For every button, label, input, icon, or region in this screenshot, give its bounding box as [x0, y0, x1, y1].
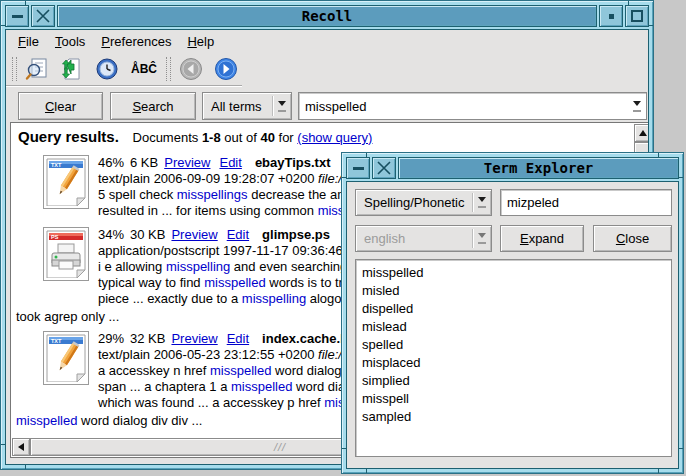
- result-filename: ebayTips.txt: [255, 155, 331, 170]
- expand-button[interactable]: Expand: [500, 225, 584, 252]
- recoll-titlebar: Recoll: [5, 5, 649, 27]
- language-value: english: [356, 231, 472, 246]
- relevance-percent: 29%: [98, 331, 124, 346]
- window-title[interactable]: Term Explorer: [398, 157, 679, 179]
- edit-link[interactable]: Edit: [227, 331, 249, 346]
- term-list-item[interactable]: spelled: [362, 336, 671, 354]
- close-button[interactable]: [372, 157, 396, 179]
- toolbar-handle[interactable]: [166, 57, 171, 81]
- frame-notch: [679, 448, 683, 449]
- frame-notch: [658, 469, 659, 473]
- search-term-highlight: misspelling: [242, 291, 306, 306]
- query-config-button[interactable]: [22, 55, 52, 83]
- sort-by-date-button[interactable]: [57, 55, 87, 83]
- toolbar: ÅBĈ: [6, 52, 648, 85]
- term-explorer-button[interactable]: ÅBĈ: [127, 55, 161, 83]
- thumb-grip: ///: [274, 441, 286, 453]
- close-button[interactable]: [31, 5, 55, 27]
- history-button[interactable]: [92, 55, 122, 83]
- svg-text:PS: PS: [51, 234, 59, 240]
- edit-link[interactable]: Edit: [219, 155, 241, 170]
- scroll-up-button[interactable]: [634, 124, 649, 142]
- clear-button[interactable]: Clear: [18, 92, 103, 120]
- term-explorer-content: Spelling/Phonetic mizpeled english Expan…: [346, 181, 679, 469]
- term-explorer-icon: ÅBĈ: [131, 62, 157, 76]
- language-select[interactable]: english: [355, 225, 492, 252]
- text-segment: Documents: [133, 130, 202, 145]
- text-segment: resulted in ... for items using common: [98, 203, 318, 218]
- file-type-icon-txt: TXT: [43, 331, 89, 385]
- term-list-item[interactable]: misspelled: [362, 264, 671, 282]
- text-segment: text/plain 2006-09-09 19:28:07 +0200: [98, 171, 318, 186]
- preview-link[interactable]: Preview: [171, 227, 217, 242]
- term-mode-select[interactable]: All terms: [202, 92, 292, 120]
- window-title[interactable]: Recoll: [57, 5, 597, 27]
- results-summary: Documents 1-8 out of 40 for (show query): [133, 130, 373, 145]
- close-dialog-button[interactable]: Close: [593, 225, 672, 252]
- term-input[interactable]: mizpeled: [500, 189, 672, 216]
- maximize-button[interactable]: [625, 5, 649, 27]
- text-segment: span ... a chaptera 1 a: [98, 379, 231, 394]
- term-list-item[interactable]: misled: [362, 282, 671, 300]
- frame-notch: [649, 25, 653, 26]
- menu-bar: File Tools Preferences Help: [6, 30, 648, 52]
- arrow-left-icon: [14, 443, 24, 451]
- term-mode-value: All terms: [203, 99, 272, 114]
- text-segment: for: [275, 130, 297, 145]
- relevance-percent: 34%: [98, 227, 124, 242]
- preview-link[interactable]: Preview: [171, 331, 217, 346]
- text-segment: text/plain 2006-05-23 23:12:55 +0200: [98, 347, 318, 362]
- chevron-down-icon: [273, 101, 291, 112]
- text-segment: took agrep only ...: [16, 309, 119, 324]
- term-explorer-titlebar: Term Explorer: [346, 157, 679, 179]
- show-query-link[interactable]: (show query): [297, 130, 372, 145]
- term-list-item[interactable]: simplied: [362, 372, 671, 390]
- search-bar: Clear Search All terms misspelled: [6, 86, 648, 122]
- chevron-down-icon[interactable]: [628, 101, 646, 112]
- results-header: Query results. Documents 1-8 out of 40 f…: [11, 123, 649, 149]
- query-config-icon: [25, 57, 49, 81]
- text-segment: typical way to find: [98, 275, 204, 290]
- term-results-list: misspelledmisleddispelledmisleadspelledm…: [355, 259, 672, 457]
- term-list-item[interactable]: misplaced: [362, 354, 671, 372]
- query-value: misspelled: [299, 99, 628, 114]
- minimize-button[interactable]: [5, 5, 29, 27]
- minimize-icon: [353, 167, 364, 170]
- search-term-highlight: misspelled: [204, 275, 265, 290]
- toolbar-handle[interactable]: [12, 57, 17, 81]
- back-button[interactable]: [176, 55, 206, 83]
- file-size: 6 KB: [130, 155, 158, 170]
- file-size: 30 KB: [130, 227, 165, 242]
- expansion-mode-value: Spelling/Phonetic: [356, 195, 472, 210]
- menu-tools[interactable]: Tools: [49, 32, 91, 51]
- iconify-button[interactable]: [599, 5, 623, 27]
- term-list-item[interactable]: sampled: [362, 408, 671, 426]
- text-segment: 40: [260, 130, 274, 145]
- term-list-item[interactable]: misspell: [362, 390, 671, 408]
- expansion-mode-select[interactable]: Spelling/Phonetic: [355, 189, 492, 216]
- close-icon: [377, 161, 391, 175]
- query-input[interactable]: misspelled: [298, 92, 647, 120]
- frame-notch: [679, 177, 683, 178]
- forward-button[interactable]: [211, 55, 241, 83]
- file-type-icon-ps: PS: [43, 227, 89, 281]
- preview-link[interactable]: Preview: [164, 155, 210, 170]
- term-explorer-window: Term Explorer Spelling/Phonetic mizpeled…: [341, 152, 684, 474]
- edit-link[interactable]: Edit: [227, 227, 249, 242]
- text-segment: word dialog div div ...: [77, 413, 202, 428]
- menu-help[interactable]: Help: [181, 32, 220, 51]
- search-button[interactable]: Search: [110, 92, 196, 120]
- term-input-value: mizpeled: [507, 195, 559, 210]
- menu-file[interactable]: File: [12, 32, 45, 51]
- text-segment: 5 spell check: [98, 187, 177, 202]
- term-list-item[interactable]: mislead: [362, 318, 671, 336]
- maximize-icon: [631, 10, 643, 22]
- sort-document-icon: [60, 57, 84, 81]
- search-term-highlight: misspelled: [210, 363, 271, 378]
- minimize-button[interactable]: [346, 157, 370, 179]
- forward-icon: [214, 57, 238, 81]
- scroll-left-button[interactable]: [12, 438, 30, 456]
- menu-preferences[interactable]: Preferences: [95, 32, 177, 51]
- term-list-item[interactable]: dispelled: [362, 300, 671, 318]
- chevron-down-icon: [473, 233, 491, 244]
